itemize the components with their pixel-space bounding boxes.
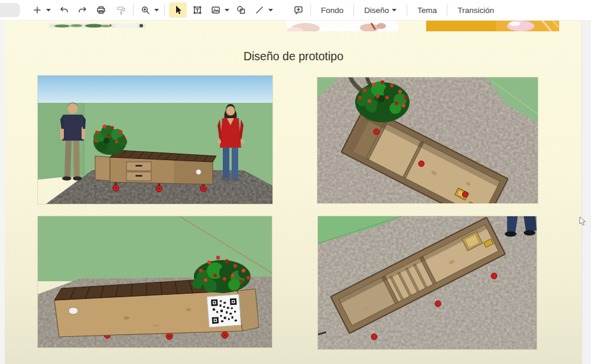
comment-plus-icon	[293, 5, 304, 15]
mouse-cursor	[579, 216, 587, 229]
toolbar-left-stub	[0, 3, 20, 17]
insert-image-caret[interactable]	[223, 2, 230, 18]
caret-down-icon	[154, 9, 159, 12]
zoom-caret[interactable]	[153, 2, 160, 18]
theme-label: Tema	[417, 6, 437, 15]
insert-comment-button[interactable]	[291, 2, 306, 18]
text-box-icon	[192, 5, 203, 15]
undo-button[interactable]	[57, 2, 72, 18]
cropped-image-fragment-middle[interactable]	[287, 20, 398, 31]
scrollbar[interactable]	[582, 20, 591, 364]
layout-label: Diseño	[364, 6, 389, 15]
prototype-image-top-right[interactable]	[317, 77, 538, 203]
theme-button[interactable]: Tema	[411, 2, 443, 18]
background-button[interactable]: Fondo	[315, 2, 349, 18]
undo-icon	[59, 5, 70, 15]
toolbar-divider	[407, 4, 407, 16]
redo-button[interactable]	[74, 2, 90, 18]
toolbar: Fondo Diseño Tema Transición	[0, 0, 591, 21]
canvas-left-edge	[0, 20, 5, 364]
layout-button[interactable]: Diseño	[358, 2, 402, 18]
caret-down-icon	[46, 9, 51, 12]
slide-canvas[interactable]: Diseño de prototipo	[0, 20, 591, 364]
transition-label: Transición	[457, 6, 494, 15]
text-box-button[interactable]	[190, 2, 205, 18]
printer-icon	[96, 5, 106, 15]
insert-line-button[interactable]	[252, 2, 267, 18]
paint-roller-icon	[116, 5, 126, 15]
toolbar-divider	[133, 4, 134, 16]
select-tool-button[interactable]	[169, 2, 187, 18]
insert-shape-button[interactable]	[233, 2, 249, 18]
select-arrow-icon	[173, 5, 183, 15]
zoom-button[interactable]	[138, 2, 153, 18]
image-icon	[210, 5, 221, 15]
plus-icon	[32, 5, 43, 15]
caret-down-icon	[225, 9, 229, 12]
paint-format-button[interactable]	[113, 2, 129, 18]
caret-down-icon	[392, 9, 397, 12]
qr-code	[207, 294, 241, 327]
shapes-icon	[236, 5, 246, 15]
insert-image-button[interactable]	[208, 2, 223, 18]
toolbar-divider	[353, 4, 354, 16]
new-slide-caret[interactable]	[45, 2, 52, 18]
toolbar-divider	[310, 4, 311, 16]
cropped-image-fragment-right[interactable]	[426, 20, 559, 31]
slide-title[interactable]: Diseño de prototipo	[5, 50, 582, 63]
print-button[interactable]	[93, 2, 109, 18]
background-label: Fondo	[321, 6, 343, 15]
toolbar-divider	[447, 4, 447, 16]
caret-down-icon	[268, 9, 273, 12]
cropped-image-fragment-left[interactable]	[49, 24, 145, 28]
new-slide-button[interactable]	[30, 2, 45, 18]
redo-icon	[77, 5, 87, 15]
prototype-image-bottom-right[interactable]	[318, 216, 537, 349]
transition-button[interactable]: Transición	[452, 2, 500, 18]
zoom-in-icon	[140, 5, 151, 15]
prototype-image-bottom-left[interactable]	[38, 216, 272, 347]
insert-line-caret[interactable]	[267, 2, 274, 18]
line-icon	[254, 5, 265, 15]
toolbar-divider	[164, 4, 165, 16]
prototype-image-top-left[interactable]	[38, 76, 272, 204]
